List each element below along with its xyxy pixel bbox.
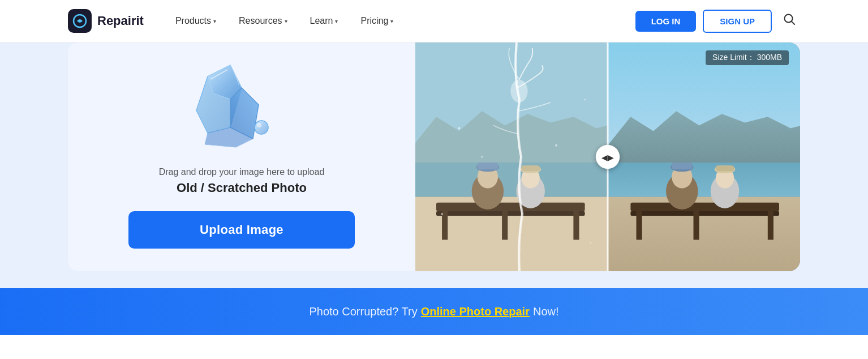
nav-menu: Products ▾ Resources ▾ Learn ▾ Pricing ▾ [166, 11, 635, 31]
main-wrapper: Drag and drop your image here to upload … [0, 42, 868, 288]
svg-text:◀▶: ◀▶ [601, 153, 614, 162]
banner-text: Photo Corrupted? Try Online Photo Repair… [309, 305, 558, 318]
banner-text-start: Photo Corrupted? Try [309, 305, 417, 318]
nav-item-products[interactable]: Products ▾ [166, 11, 225, 31]
logo-icon [68, 9, 92, 33]
size-limit-value: 300MB [757, 53, 782, 62]
svg-rect-42 [415, 42, 608, 271]
nav-item-pricing[interactable]: Pricing ▾ [351, 11, 402, 31]
search-button[interactable] [779, 11, 800, 31]
banner-text-end: Now! [533, 305, 559, 318]
svg-rect-13 [630, 211, 779, 216]
chevron-down-icon: ▾ [390, 18, 393, 24]
navbar: Repairit Products ▾ Resources ▾ Learn ▾ … [0, 0, 868, 42]
svg-point-46 [584, 99, 586, 100]
login-button[interactable]: LOG IN [635, 11, 697, 32]
nav-item-resources[interactable]: Resources ▾ [230, 11, 296, 31]
chevron-down-icon: ▾ [335, 18, 338, 24]
upload-image-button[interactable]: Upload Image [128, 211, 355, 249]
nav-label-products: Products [175, 16, 211, 26]
illustration-area [174, 59, 310, 156]
before-after-image: ◀▶ [415, 42, 800, 271]
svg-point-4 [257, 123, 261, 127]
crystal-illustration [174, 59, 298, 150]
nav-actions: LOG IN SIGN UP [635, 10, 800, 33]
logo-text: Repairit [97, 14, 144, 28]
online-repair-link[interactable]: Online Photo Repair [421, 305, 530, 318]
svg-point-3 [255, 121, 268, 134]
logo[interactable]: Repairit [68, 9, 144, 33]
nav-label-pricing: Pricing [360, 16, 388, 26]
preview-panel: ◀▶ Size Limit： 300MB [415, 42, 800, 271]
svg-point-45 [555, 144, 557, 147]
svg-point-47 [441, 213, 443, 215]
search-icon [783, 13, 796, 25]
size-limit-label: Size Limit： [712, 53, 755, 62]
signup-button[interactable]: SIGN UP [703, 10, 772, 33]
nav-label-resources: Resources [239, 16, 282, 26]
svg-rect-15 [768, 211, 774, 240]
upload-panel: Drag and drop your image here to upload … [68, 42, 415, 271]
svg-rect-20 [672, 163, 692, 169]
svg-rect-16 [694, 211, 699, 240]
svg-point-43 [458, 127, 460, 129]
nav-label-learn: Learn [310, 16, 333, 26]
chevron-down-icon: ▾ [285, 18, 287, 24]
photo-type-text: Old / Scratched Photo [177, 181, 307, 195]
svg-rect-12 [630, 203, 779, 211]
size-limit-badge: Size Limit： 300MB [706, 50, 789, 65]
svg-line-2 [792, 22, 795, 25]
drag-drop-text: Drag and drop your image here to upload [159, 167, 325, 177]
chevron-down-icon: ▾ [213, 18, 216, 24]
svg-rect-24 [716, 165, 734, 171]
nav-item-learn[interactable]: Learn ▾ [301, 11, 347, 31]
svg-point-48 [590, 242, 591, 243]
svg-point-44 [481, 156, 483, 157]
svg-rect-10 [608, 163, 800, 197]
svg-rect-14 [637, 211, 642, 240]
content-card: Drag and drop your image here to upload … [68, 42, 800, 271]
bottom-banner: Photo Corrupted? Try Online Photo Repair… [0, 288, 868, 335]
